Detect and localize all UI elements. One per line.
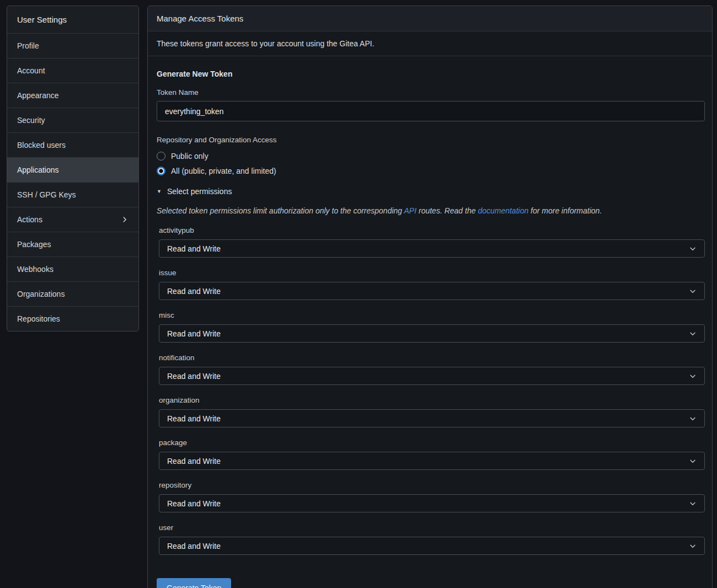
generate-new-token-heading: Generate New Token xyxy=(157,70,703,78)
permission-group: package Read and Write xyxy=(159,439,703,470)
chevron-down-icon xyxy=(689,372,697,380)
select-permissions-details: ▼ Select permissions Selected token perm… xyxy=(157,187,703,555)
sidebar-item-label: Applications xyxy=(17,165,59,174)
sidebar-nav: Profile Account Appearance Security Bloc… xyxy=(7,33,138,331)
sidebar-item-account[interactable]: Account xyxy=(7,58,138,83)
chevron-down-icon xyxy=(689,415,697,423)
sidebar-item-appearance[interactable]: Appearance xyxy=(7,83,138,108)
permission-select-package[interactable]: Read and Write xyxy=(159,452,705,470)
chevron-down-icon xyxy=(689,330,697,338)
sidebar-item-blocked-users[interactable]: Blocked users xyxy=(7,132,138,157)
permission-select-notification[interactable]: Read and Write xyxy=(159,367,705,385)
select-value: Read and Write xyxy=(167,329,221,338)
permissions-note: Selected token permissions limit authori… xyxy=(157,206,703,215)
permission-scope-label: misc xyxy=(159,311,703,319)
permission-scope-label: issue xyxy=(159,269,703,277)
permission-select-misc[interactable]: Read and Write xyxy=(159,324,705,343)
sidebar-item-label: Blocked users xyxy=(17,141,66,149)
permission-group: notification Read and Write xyxy=(159,354,703,385)
permission-group: repository Read and Write xyxy=(159,481,703,512)
permission-group: misc Read and Write xyxy=(159,311,703,343)
permission-select-repository[interactable]: Read and Write xyxy=(159,494,705,512)
note-text: Selected token permissions limit authori… xyxy=(157,206,404,215)
permission-group: issue Read and Write xyxy=(159,269,703,300)
settings-sidebar: User Settings Profile Account Appearance… xyxy=(7,6,139,332)
sidebar-item-label: Appearance xyxy=(17,91,59,100)
permission-select-issue[interactable]: Read and Write xyxy=(159,282,705,300)
select-value: Read and Write xyxy=(167,372,221,381)
select-value: Read and Write xyxy=(167,414,221,423)
generate-token-button[interactable]: Generate Token xyxy=(157,578,231,588)
permission-select-organization[interactable]: Read and Write xyxy=(159,409,705,427)
sidebar-item-label: Organizations xyxy=(17,290,65,298)
sidebar-item-repositories[interactable]: Repositories xyxy=(7,306,138,331)
sidebar-item-label: Profile xyxy=(17,41,39,50)
select-value: Read and Write xyxy=(167,499,221,508)
generate-token-form: Generate New Token Token Name Repository… xyxy=(148,56,712,588)
permission-select-activitypub[interactable]: Read and Write xyxy=(159,239,705,258)
select-value: Read and Write xyxy=(167,542,221,550)
select-value: Read and Write xyxy=(167,287,221,296)
permission-group: activitypub Read and Write xyxy=(159,226,703,258)
permission-scope-label: repository xyxy=(159,481,703,489)
permission-scope-label: package xyxy=(159,439,703,447)
documentation-link[interactable]: documentation xyxy=(478,206,528,215)
chevron-down-icon xyxy=(689,245,697,253)
token-name-input[interactable] xyxy=(157,101,705,121)
sidebar-item-label: Webhooks xyxy=(17,265,53,274)
sidebar-item-ssh-gpg-keys[interactable]: SSH / GPG Keys xyxy=(7,182,138,207)
chevron-down-icon xyxy=(689,542,697,550)
select-value: Read and Write xyxy=(167,244,221,253)
chevron-down-icon xyxy=(689,457,697,465)
permission-group: organization Read and Write xyxy=(159,396,703,427)
permission-scope-label: notification xyxy=(159,354,703,362)
sidebar-item-organizations[interactable]: Organizations xyxy=(7,281,138,306)
sidebar-item-webhooks[interactable]: Webhooks xyxy=(7,256,138,281)
radio-icon xyxy=(157,152,165,161)
permission-groups: activitypub Read and Write issue Read an… xyxy=(157,226,703,555)
chevron-down-icon xyxy=(689,500,697,507)
sidebar-item-label: SSH / GPG Keys xyxy=(17,190,76,199)
radio-all-access[interactable]: All (public, private, and limited) xyxy=(157,165,703,177)
radio-icon xyxy=(157,167,165,175)
permission-scope-label: user xyxy=(159,523,703,532)
select-permissions-toggle[interactable]: ▼ Select permissions xyxy=(157,187,703,196)
manage-access-tokens-panel: Manage Access Tokens These tokens grant … xyxy=(147,6,713,588)
select-value: Read and Write xyxy=(167,457,221,466)
permission-scope-label: organization xyxy=(159,396,703,404)
chevron-right-icon xyxy=(121,216,129,223)
radio-label: Public only xyxy=(171,152,208,161)
select-permissions-label: Select permissions xyxy=(167,187,232,196)
sidebar-title: User Settings xyxy=(7,6,138,33)
api-link[interactable]: API xyxy=(404,206,417,215)
repo-org-access-label: Repository and Organization Access xyxy=(157,136,703,144)
sidebar-item-applications[interactable]: Applications xyxy=(7,157,138,182)
sidebar-item-profile[interactable]: Profile xyxy=(7,33,138,58)
panel-description: These tokens grant access to your accoun… xyxy=(148,31,712,56)
sidebar-item-security[interactable]: Security xyxy=(7,108,138,132)
sidebar-item-label: Repositories xyxy=(17,314,60,323)
permission-group: user Read and Write xyxy=(159,523,703,555)
sidebar-item-label: Packages xyxy=(17,240,51,249)
sidebar-item-actions[interactable]: Actions xyxy=(7,207,138,232)
radio-public-only[interactable]: Public only xyxy=(157,151,703,162)
triangle-down-icon: ▼ xyxy=(157,189,162,194)
sidebar-item-packages[interactable]: Packages xyxy=(7,232,138,256)
note-text: for more information. xyxy=(528,206,602,215)
sidebar-item-label: Security xyxy=(17,116,45,125)
permission-scope-label: activitypub xyxy=(159,226,703,234)
note-text: routes. Read the xyxy=(416,206,478,215)
panel-title: Manage Access Tokens xyxy=(148,6,712,31)
radio-label: All (public, private, and limited) xyxy=(171,167,276,175)
chevron-down-icon xyxy=(689,287,697,295)
sidebar-item-label: Actions xyxy=(17,215,42,224)
sidebar-item-label: Account xyxy=(17,66,45,75)
token-name-label: Token Name xyxy=(157,88,703,97)
permission-select-user[interactable]: Read and Write xyxy=(159,537,705,555)
